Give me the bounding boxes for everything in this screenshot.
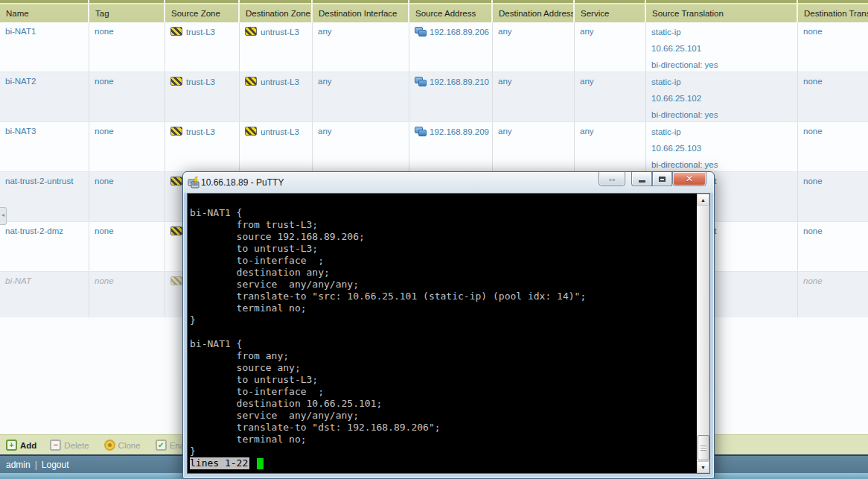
rule-name-link[interactable]: nat-trust-2-untrust — [5, 177, 73, 185]
destination-translation-value[interactable]: none — [803, 177, 823, 185]
destination-address-value[interactable]: any — [498, 127, 512, 136]
zone-icon — [170, 127, 182, 136]
maximize-button[interactable] — [652, 172, 672, 186]
destination-translation-value[interactable]: none — [803, 276, 823, 285]
zone-icon — [170, 27, 182, 36]
terminal-area[interactable]: bi-NAT1 { from trust-L3; source 192.168.… — [187, 193, 710, 474]
zone-icon — [170, 276, 182, 285]
table-row: bi-NAT1 none trust-L3 untrust-L3 any 192… — [0, 22, 868, 72]
source-zone-link[interactable]: trust-L3 — [186, 28, 215, 37]
putty-window: 10.66.18.89 - PuTTY ⇔ ✕ bi-NAT1 { from t… — [182, 171, 715, 479]
destination-zone-link[interactable]: untrust-L3 — [261, 28, 299, 37]
source-zone-link[interactable]: trust-L3 — [186, 127, 215, 136]
app-screen: Name Tag Source Zone Destination Zone De… — [0, 0, 868, 479]
source-address-link[interactable]: 192.168.89.206 — [430, 28, 489, 37]
zone-icon — [170, 77, 182, 86]
destination-interface-value[interactable]: any — [318, 127, 332, 136]
close-button[interactable]: ✕ — [672, 172, 706, 186]
column-header-tag[interactable]: Tag — [89, 0, 165, 22]
zone-icon — [245, 77, 257, 86]
column-header-source-zone[interactable]: Source Zone — [165, 0, 240, 22]
host-icon — [415, 27, 427, 37]
clone-icon — [104, 440, 115, 451]
destination-interface-value[interactable]: any — [318, 77, 332, 86]
service-value[interactable]: any — [580, 127, 594, 136]
rule-name-link[interactable]: bi-NAT3 — [5, 127, 36, 136]
source-address-link[interactable]: 192.168.89.209 — [430, 127, 489, 136]
table-row: bi-NAT2 none trust-L3 untrust-L3 any 192… — [0, 72, 868, 122]
tag-value: none — [95, 177, 114, 185]
scroll-up-icon[interactable]: ▲ — [697, 194, 709, 206]
terminal-scrollbar[interactable]: ▲ ▼ — [697, 194, 709, 473]
scrollbar-thumb[interactable] — [698, 435, 709, 460]
putty-titlebar[interactable]: 10.66.18.89 - PuTTY ⇔ ✕ — [183, 172, 714, 193]
rule-name-link[interactable]: bi-NAT2 — [5, 77, 36, 86]
tag-value: none — [95, 27, 114, 36]
column-header-source-address[interactable]: Source Address — [409, 0, 493, 22]
table-header-row: Name Tag Source Zone Destination Zone De… — [0, 0, 868, 22]
zone-icon — [245, 127, 257, 136]
tag-value: none — [95, 127, 114, 136]
source-address-link[interactable]: 192.168.89.210 — [430, 77, 489, 86]
table-row: bi-NAT3 none trust-L3 untrust-L3 any 192… — [0, 122, 868, 172]
column-header-destination-interface[interactable]: Destination Interface — [313, 0, 409, 22]
zone-icon — [245, 27, 257, 36]
column-header-source-translation[interactable]: Source Translation — [646, 0, 798, 22]
destination-interface-value[interactable]: any — [318, 27, 332, 36]
source-zone-link[interactable]: trust-L3 — [186, 77, 215, 86]
minimize-button[interactable] — [631, 172, 652, 186]
zone-icon — [170, 226, 182, 235]
rule-name-link[interactable]: bi-NAT1 — [5, 27, 36, 36]
footer-separator: | — [35, 460, 37, 470]
logout-link[interactable]: Logout — [42, 460, 69, 470]
terminal-output: bi-NAT1 { from trust-L3; source 192.168.… — [188, 194, 709, 457]
tag-value: none — [95, 226, 114, 235]
source-translation-cell[interactable]: static-ip 10.66.25.101 bi-directional: y… — [646, 22, 798, 72]
source-translation-cell[interactable]: static-ip 10.66.25.103 bi-directional: y… — [646, 122, 798, 171]
destination-zone-link[interactable]: untrust-L3 — [261, 77, 299, 86]
destination-translation-value[interactable]: none — [803, 77, 823, 86]
column-header-service[interactable]: Service — [575, 0, 646, 22]
service-value[interactable]: any — [580, 77, 594, 86]
tag-value: none — [95, 276, 114, 285]
column-header-destination-translation[interactable]: Destination Translation — [798, 0, 868, 22]
putty-window-title: 10.66.18.89 - PuTTY — [201, 177, 284, 188]
column-header-destination-address[interactable]: Destination Address — [493, 0, 575, 22]
terminal-cursor — [257, 458, 264, 469]
panel-collapse-handle[interactable]: ◂ — [0, 207, 7, 225]
destination-address-value[interactable]: any — [498, 27, 512, 36]
add-button[interactable]: + Add — [6, 440, 36, 451]
add-icon: + — [6, 440, 17, 451]
destination-translation-value[interactable]: none — [803, 27, 823, 36]
zone-icon — [170, 177, 182, 185]
column-header-name[interactable]: Name — [0, 0, 89, 22]
source-translation-cell[interactable]: static-ip 10.66.25.102 bi-directional: y… — [646, 72, 798, 121]
rule-name-link[interactable]: nat-trust-2-dmz — [5, 226, 63, 235]
rule-name-link[interactable]: bi-NAT — [5, 276, 31, 285]
delete-icon: − — [50, 440, 61, 451]
tag-value: none — [95, 77, 114, 86]
destination-translation-value[interactable]: none — [803, 127, 823, 136]
scroll-down-icon[interactable]: ▼ — [697, 461, 709, 473]
collapse-arrow-icon: ◂ — [1, 212, 4, 218]
destination-address-value[interactable]: any — [498, 77, 512, 86]
enable-icon: ✔ — [156, 440, 167, 451]
delete-button[interactable]: − Delete — [50, 440, 89, 451]
clone-button[interactable]: Clone — [104, 440, 141, 451]
host-icon — [415, 77, 427, 86]
destination-zone-link[interactable]: untrust-L3 — [261, 127, 299, 136]
service-value[interactable]: any — [580, 27, 594, 36]
logged-in-user: admin — [6, 460, 31, 470]
destination-translation-value[interactable]: none — [803, 226, 823, 235]
terminal-status-line: lines 1-22 — [190, 457, 709, 469]
putty-app-icon — [188, 177, 200, 188]
column-header-destination-zone[interactable]: Destination Zone — [240, 0, 313, 22]
host-icon — [415, 127, 427, 136]
resize-toggle-button[interactable]: ⇔ — [599, 172, 625, 186]
